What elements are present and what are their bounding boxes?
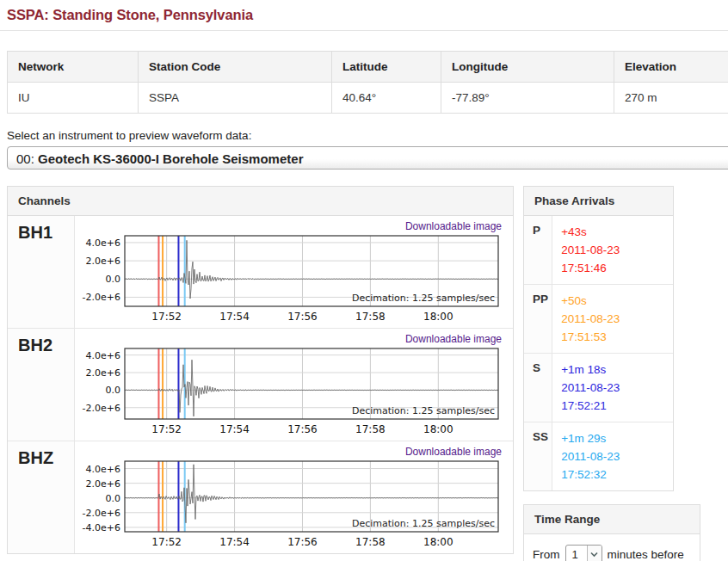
station-code-value: SSPA (139, 83, 332, 114)
waveform-plot-bh1: 4.0e+62.0e+60.0-2.0e+617:5217:5417:5617:… (75, 232, 513, 325)
phase-label-s: S (524, 354, 552, 422)
svg-text:4.0e+6: 4.0e+6 (86, 464, 120, 475)
instrument-select-value-prefix: 00: (16, 151, 38, 166)
channel-label-bhz: BHZ (8, 441, 75, 553)
minutes-before-suffix: minutes before (608, 548, 684, 561)
station-info-table: Network Station Code Latitude Longitude … (7, 51, 728, 114)
phase-row-ss: SS +1m 29s 2011-08-23 17:52:32 (524, 422, 673, 490)
phase-offset-pp: +50s (561, 292, 664, 310)
downloadable-image-link[interactable]: Downloadable image (75, 220, 513, 232)
page-title: SSPA: Standing Stone, Pennsylvania (7, 7, 728, 23)
svg-text:-2.0e+6: -2.0e+6 (83, 292, 120, 303)
svg-text:18:00: 18:00 (423, 536, 453, 548)
svg-text:18:00: 18:00 (423, 311, 453, 323)
latitude-value: 40.64° (332, 83, 441, 114)
phase-row-s: S +1m 18s 2011-08-23 17:52:21 (524, 354, 673, 422)
phase-row-p: P +43s 2011-08-23 17:51:46 (524, 216, 673, 285)
svg-text:-2.0e+6: -2.0e+6 (83, 403, 120, 414)
time-range-panel: Time Range From 1 minutes before P arriv… (523, 504, 700, 561)
title-divider (0, 30, 728, 31)
instrument-select[interactable]: 00: Geotech KS-36000-I Borehole Seismome… (7, 146, 728, 170)
channel-label-bh1: BH1 (8, 216, 75, 328)
channels-panel: Channels BH1 Downloadable image 4.0e+62.… (7, 186, 514, 554)
svg-text:0.0: 0.0 (106, 274, 121, 285)
phase-row-pp: PP +50s 2011-08-23 17:51:53 (524, 285, 673, 354)
svg-text:18:00: 18:00 (423, 423, 453, 435)
col-header-network: Network (8, 52, 139, 83)
svg-text:Decimation: 1.25 samples/sec: Decimation: 1.25 samples/sec (352, 518, 495, 529)
svg-text:17:56: 17:56 (287, 423, 318, 435)
time-range-header: Time Range (524, 505, 700, 534)
phase-offset-ss: +1m 29s (561, 429, 664, 447)
svg-text:4.0e+6: 4.0e+6 (86, 350, 120, 361)
svg-text:17:52: 17:52 (151, 423, 182, 435)
network-value: IU (8, 83, 139, 114)
chevron-down-icon (587, 546, 602, 561)
col-header-longitude: Longitude (441, 52, 614, 83)
svg-text:17:58: 17:58 (355, 423, 386, 435)
channel-row-bhz: BHZ Downloadable image 4.0e+62.0e+60.0-2… (8, 441, 513, 553)
downloadable-image-link[interactable]: Downloadable image (75, 333, 513, 345)
table-row: IU SSPA 40.64° -77.89° 270 m (8, 83, 728, 114)
minutes-before-value: 1 (566, 548, 587, 561)
svg-text:Decimation: 1.25 samples/sec: Decimation: 1.25 samples/sec (352, 293, 495, 304)
phase-time-p: 2011-08-23 17:51:46 (561, 241, 664, 277)
waveform-plot-bh2: 4.0e+62.0e+60.0-2.0e+617:5217:5417:5617:… (75, 345, 513, 438)
longitude-value: -77.89° (441, 83, 614, 114)
channel-row-bh2: BH2 Downloadable image 4.0e+62.0e+60.0-2… (8, 329, 513, 441)
elevation-value: 270 m (614, 83, 728, 114)
instrument-select-label: Select an instrument to preview waveform… (7, 129, 728, 142)
svg-text:0.0: 0.0 (106, 493, 121, 504)
svg-text:17:58: 17:58 (355, 311, 386, 323)
svg-text:0.0: 0.0 (106, 385, 121, 396)
instrument-select-value: Geotech KS-36000-I Borehole Seismometer (38, 151, 303, 166)
phase-time-ss: 2011-08-23 17:52:32 (561, 447, 664, 484)
from-label: From (533, 548, 560, 561)
svg-text:17:52: 17:52 (151, 536, 182, 548)
channels-panel-header: Channels (8, 187, 513, 216)
svg-text:2.0e+6: 2.0e+6 (86, 256, 120, 267)
svg-text:17:54: 17:54 (219, 311, 250, 323)
minutes-before-select[interactable]: 1 (565, 545, 602, 561)
phase-label-pp: PP (524, 285, 552, 353)
svg-text:17:54: 17:54 (219, 423, 250, 435)
phase-arrivals-panel: Phase Arrivals P +43s 2011-08-23 17:51:4… (523, 186, 674, 491)
svg-text:17:56: 17:56 (287, 536, 318, 548)
phase-time-pp: 2011-08-23 17:51:53 (561, 310, 664, 346)
waveform-plot-bhz: 4.0e+62.0e+60.0-2.0e+6-4.0e+617:5217:541… (75, 458, 513, 551)
svg-text:-4.0e+6: -4.0e+6 (83, 522, 120, 533)
svg-text:17:54: 17:54 (219, 536, 250, 548)
col-header-station-code: Station Code (139, 52, 332, 83)
phase-offset-s: +1m 18s (561, 361, 664, 379)
svg-text:Decimation: 1.25 samples/sec: Decimation: 1.25 samples/sec (352, 405, 495, 416)
col-header-latitude: Latitude (332, 52, 441, 83)
phase-offset-p: +43s (561, 223, 664, 241)
phase-label-p: P (524, 216, 552, 284)
phase-time-s: 2011-08-23 17:52:21 (561, 379, 664, 415)
downloadable-image-link[interactable]: Downloadable image (75, 446, 513, 458)
svg-text:17:58: 17:58 (355, 536, 386, 548)
svg-text:17:52: 17:52 (151, 311, 182, 323)
phase-label-ss: SS (524, 422, 552, 490)
svg-text:17:56: 17:56 (287, 311, 318, 323)
svg-text:2.0e+6: 2.0e+6 (86, 367, 120, 379)
svg-text:2.0e+6: 2.0e+6 (86, 478, 120, 490)
col-header-elevation: Elevation (614, 52, 728, 83)
svg-text:-2.0e+6: -2.0e+6 (83, 508, 120, 519)
phase-arrivals-header: Phase Arrivals (524, 187, 673, 216)
channel-label-bh2: BH2 (8, 329, 75, 441)
channel-row-bh1: BH1 Downloadable image 4.0e+62.0e+60.0-2… (8, 216, 513, 329)
svg-text:4.0e+6: 4.0e+6 (86, 237, 120, 249)
